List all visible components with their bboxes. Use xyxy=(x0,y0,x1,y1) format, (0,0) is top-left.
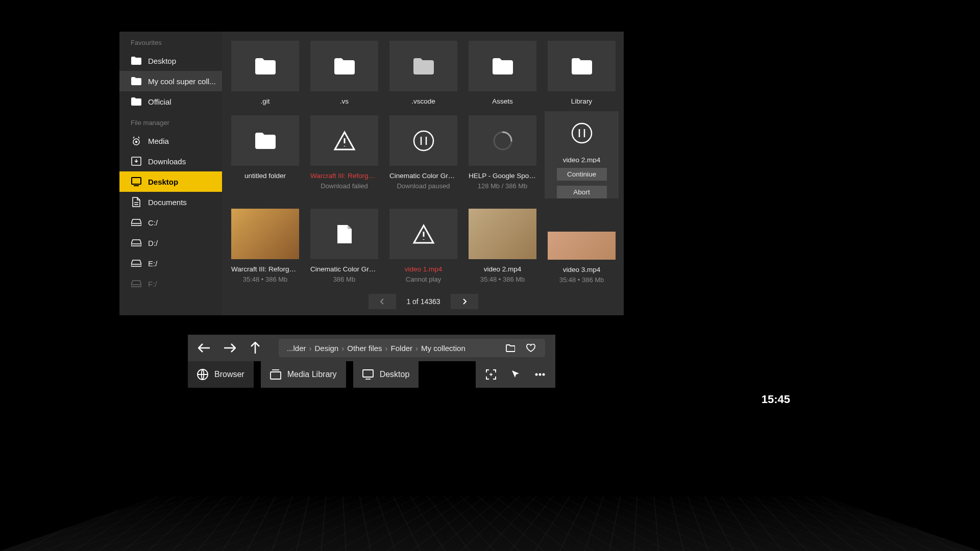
tile-cannot-play[interactable]: video 1.mp4Cannot play xyxy=(389,209,457,284)
tile-video-context-menu[interactable]: video 2.mp4 Continiue Abort xyxy=(548,111,616,198)
drive-icon xyxy=(131,237,142,248)
pagination: 1 of 14363 xyxy=(231,294,616,309)
sidebar-item-drive-e[interactable]: E:/ xyxy=(119,253,222,273)
label: Documents xyxy=(148,198,187,207)
fullscreen-icon[interactable] xyxy=(485,368,497,381)
label: D:/ xyxy=(148,239,158,247)
sidebar-item-desktop[interactable]: Desktop xyxy=(119,171,222,192)
desktop-icon xyxy=(131,176,142,187)
label: Desktop xyxy=(148,57,176,65)
label: E:/ xyxy=(148,259,157,268)
favourites-header: Favourites xyxy=(119,32,222,51)
tile-folder[interactable]: untitled folder xyxy=(231,115,299,198)
tile-download-paused[interactable]: Cinematic Color Grad...Download paused xyxy=(389,115,457,198)
folder-icon xyxy=(131,76,142,87)
label: My cool super coll... xyxy=(148,77,216,86)
tab-desktop[interactable]: Desktop xyxy=(353,361,419,388)
desktop-icon xyxy=(362,369,374,380)
tile-folder[interactable]: .vs xyxy=(310,41,378,105)
globe-icon xyxy=(197,369,208,380)
file-grid: .git .vs .vscode Assets Library untitled… xyxy=(231,41,616,284)
sidebar-item-drive-c[interactable]: C:/ xyxy=(119,212,222,233)
sidebar-item-downloads[interactable]: Downloads xyxy=(119,151,222,171)
cursor-icon[interactable] xyxy=(509,368,522,381)
more-icon[interactable] xyxy=(534,368,546,381)
tile-folder[interactable]: Assets xyxy=(469,41,536,105)
file-browser-window: Favourites Desktop My cool super coll...… xyxy=(119,32,624,315)
page-prev-button[interactable] xyxy=(369,294,396,309)
breadcrumb[interactable]: ...lder› Design› Other files› Folder› My… xyxy=(279,339,545,357)
pause-icon xyxy=(571,122,593,144)
label: F:/ xyxy=(148,280,157,288)
sidebar-item-documents[interactable]: Documents xyxy=(119,192,222,212)
library-icon xyxy=(270,369,281,380)
label: Media xyxy=(148,137,169,145)
tile-downloading[interactable]: HELP - Google Spoli...128 Mb / 386 Mb xyxy=(469,115,536,198)
svg-point-4 xyxy=(414,131,433,151)
svg-rect-3 xyxy=(132,178,141,184)
svg-point-1 xyxy=(136,141,137,143)
page-next-button[interactable] xyxy=(451,294,478,309)
folder-open-icon[interactable] xyxy=(504,342,517,354)
drive-icon xyxy=(131,258,142,269)
drive-icon xyxy=(131,278,142,289)
folder-icon xyxy=(131,55,142,66)
tile-folder[interactable]: .vscode xyxy=(389,41,457,105)
sidebar-fav-collection[interactable]: My cool super coll... xyxy=(119,71,222,91)
back-button[interactable] xyxy=(198,342,210,354)
tile-video[interactable]: Warcraft III: Reforged...35:48 • 386 Mb xyxy=(231,209,299,284)
sidebar-fav-desktop[interactable]: Desktop xyxy=(119,51,222,71)
tile-video[interactable]: video 2.mp435:48 • 386 Mb xyxy=(469,209,536,284)
documents-icon xyxy=(131,196,142,208)
svg-point-12 xyxy=(543,373,545,376)
label: Desktop xyxy=(148,178,178,186)
svg-point-10 xyxy=(535,373,538,376)
sidebar-item-drive-d[interactable]: D:/ xyxy=(119,233,222,253)
sidebar-item-media[interactable]: Media xyxy=(119,131,222,151)
clock: 15:45 xyxy=(762,393,790,406)
tile-folder[interactable]: .git xyxy=(231,41,299,105)
up-button[interactable] xyxy=(249,342,261,354)
tile-download-failed[interactable]: Warcraft III: Reforged...Download falied xyxy=(310,115,378,198)
folder-icon xyxy=(131,96,142,107)
filemanager-header: File manager xyxy=(119,112,222,131)
page-indicator: 1 of 14363 xyxy=(406,297,440,306)
label: Downloads xyxy=(148,157,186,166)
abort-button[interactable]: Abort xyxy=(557,186,607,198)
drive-icon xyxy=(131,217,142,228)
svg-point-6 xyxy=(572,123,592,143)
heart-icon[interactable] xyxy=(525,342,537,354)
tab-media-library[interactable]: Media Library xyxy=(261,361,346,388)
bottom-toolbar: ...lder› Design› Other files› Folder› My… xyxy=(188,335,555,388)
downloads-icon xyxy=(131,156,142,167)
continue-button[interactable]: Continiue xyxy=(557,168,607,181)
media-icon xyxy=(131,135,142,146)
tile-video[interactable]: video 3.mp435:48 • 386 Mb xyxy=(548,232,616,284)
svg-point-11 xyxy=(539,373,542,376)
label: Official xyxy=(148,97,172,106)
label: C:/ xyxy=(148,218,158,227)
sidebar: Favourites Desktop My cool super coll...… xyxy=(119,32,222,315)
sidebar-fav-official[interactable]: Official xyxy=(119,91,222,112)
sidebar-item-drive-f[interactable]: F:/ xyxy=(119,273,222,294)
tab-browser[interactable]: Browser xyxy=(188,361,254,388)
tile-file[interactable]: Cinematic Color Grad...386 Mb xyxy=(310,209,378,284)
svg-rect-9 xyxy=(363,370,373,377)
svg-rect-8 xyxy=(271,372,281,379)
tile-folder[interactable]: Library xyxy=(548,41,616,105)
main-content: .git .vs .vscode Assets Library untitled… xyxy=(222,32,624,315)
forward-button[interactable] xyxy=(224,342,236,354)
